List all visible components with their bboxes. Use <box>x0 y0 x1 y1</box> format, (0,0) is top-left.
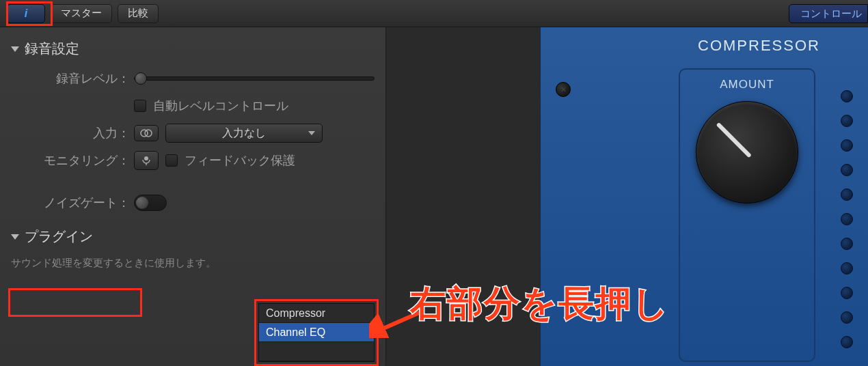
monitoring-button[interactable] <box>134 151 159 170</box>
auto-level-label: 自動レベルコントロール <box>153 98 288 114</box>
led <box>841 336 853 348</box>
input-row: 入力： 入力なし <box>11 122 375 144</box>
level-row: 録音レベル： <box>11 68 375 89</box>
compare-tab[interactable]: 比較 <box>118 4 159 23</box>
plugin-description: サウンド処理を変更するときに使用します。 <box>11 255 230 271</box>
plugin-slots: Compressor Channel EQ <box>258 303 375 362</box>
led <box>841 238 853 250</box>
recording-section-header[interactable]: 録音設定 <box>11 40 375 58</box>
noise-gate-row: ノイズゲート： <box>11 192 375 214</box>
led <box>841 115 853 127</box>
led <box>841 311 853 324</box>
level-label: 録音レベル： <box>11 70 134 87</box>
amount-label: AMOUNT <box>688 78 806 92</box>
noise-gate-label: ノイズゲート： <box>11 195 134 211</box>
plugin-slot-compressor[interactable]: Compressor <box>259 304 374 323</box>
left-panel: 録音設定 録音レベル： 自動レベルコントロール 入力： 入力 <box>0 27 386 366</box>
compressor-panel: COMPRESSOR AMOUNT <box>540 27 868 366</box>
feedback-label: フィードバック保護 <box>185 152 295 169</box>
monitoring-label: モニタリング： <box>11 152 134 169</box>
knob-pointer <box>716 122 752 158</box>
recording-header-label: 録音設定 <box>25 40 79 58</box>
auto-level-row: 自動レベルコントロール <box>11 95 375 117</box>
led <box>841 139 853 152</box>
info-icon: i <box>25 8 27 20</box>
slider-thumb[interactable] <box>135 72 147 85</box>
main-area: 録音設定 録音レベル： 自動レベルコントロール 入力： 入力 <box>0 27 868 366</box>
led <box>841 213 853 225</box>
compressor-title: COMPRESSOR <box>664 37 854 55</box>
feedback-checkbox[interactable] <box>165 154 178 167</box>
input-label: 入力： <box>11 125 134 141</box>
plugin-slot-empty[interactable] <box>259 342 374 361</box>
master-tab[interactable]: マスター <box>51 4 112 23</box>
monitoring-row: モニタリング： フィードバック保護 <box>11 150 375 171</box>
plugin-slot-channel-eq[interactable]: Channel EQ <box>259 323 374 342</box>
amount-frame: AMOUNT <box>679 68 815 362</box>
led <box>841 287 853 299</box>
plugin-section-header[interactable]: プラグイン <box>11 227 375 246</box>
led <box>841 164 853 176</box>
auto-level-checkbox[interactable] <box>134 100 146 112</box>
disclosure-down-icon <box>11 46 19 52</box>
led <box>841 262 853 274</box>
mic-icon <box>141 154 152 167</box>
level-slider[interactable] <box>134 76 375 81</box>
highlight-plugin-header <box>8 288 142 317</box>
amount-knob[interactable] <box>696 101 798 203</box>
input-select[interactable]: 入力なし <box>165 124 323 143</box>
led <box>841 90 853 102</box>
stereo-mode-button[interactable] <box>134 125 159 141</box>
toggle-knob <box>136 197 148 209</box>
toolbar: i マスター 比較 コントロール <box>0 0 868 27</box>
plugin-header-label: プラグイン <box>25 227 93 246</box>
disclosure-down-icon <box>11 234 19 240</box>
screw-icon <box>556 82 571 97</box>
info-button[interactable]: i <box>7 4 45 23</box>
led <box>841 188 853 201</box>
svg-point-1 <box>145 130 152 137</box>
noise-gate-toggle[interactable] <box>134 195 167 211</box>
led-meter <box>841 90 853 348</box>
right-area: COMPRESSOR AMOUNT <box>386 27 868 366</box>
stereo-icon <box>139 128 153 138</box>
svg-point-2 <box>144 156 148 160</box>
control-button[interactable]: コントロール <box>789 4 868 23</box>
